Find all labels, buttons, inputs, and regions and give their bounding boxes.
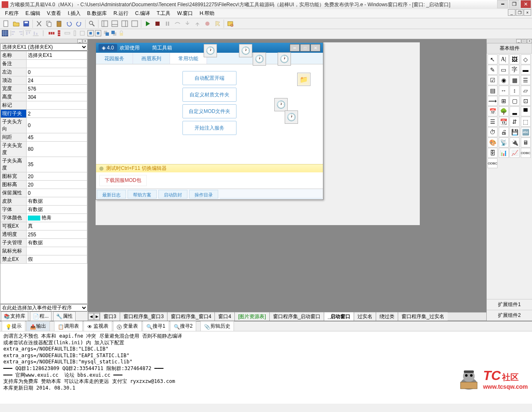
mock-btn-0[interactable]: 自动配置开端: [182, 71, 236, 85]
output-text[interactable]: 勿谓言之不预也 本库和 eapi.fne 冲突 尽量避免混合使用 否则不能静态编…: [0, 331, 532, 404]
stop-button[interactable]: [153, 19, 162, 28]
lock-button[interactable]: [118, 30, 125, 38]
properties-button[interactable]: 🔧属性: [53, 311, 76, 321]
prop-name-顶边[interactable]: 顶边: [1, 76, 27, 85]
event-selector[interactable]: 在此处选择加入事件处理子程序: [0, 304, 88, 311]
layout1-button[interactable]: [100, 19, 109, 28]
radio-tool[interactable]: ◉: [499, 75, 509, 85]
group-tool[interactable]: ⊡: [521, 96, 531, 106]
same-height[interactable]: [71, 30, 78, 38]
prop-val-现行子夹[interactable]: 2: [27, 110, 87, 118]
prop-name-图标高[interactable]: 图标高: [1, 181, 27, 189]
pointer-tool[interactable]: ↖: [488, 54, 498, 64]
doctab[interactable]: _启动窗口: [324, 312, 354, 321]
prop-val-宽度[interactable]: 576: [27, 85, 87, 93]
align-center-h[interactable]: [40, 30, 47, 38]
timer-icon-5[interactable]: [274, 98, 288, 111]
doctab[interactable]: 窗口4: [214, 312, 235, 321]
menu-run[interactable]: R.运行: [110, 9, 132, 18]
otab-output[interactable]: 📤输出: [26, 321, 50, 331]
prop-val-图标高[interactable]: 20: [27, 181, 87, 189]
color-tool[interactable]: 🎨: [488, 137, 498, 147]
mock-btn-3[interactable]: 开始注入服务: [182, 121, 236, 135]
dialog-tool[interactable]: 💾: [510, 127, 520, 137]
prop-name-子夹头宽度[interactable]: 子夹头宽度: [1, 142, 27, 157]
timer-icon-1[interactable]: [204, 44, 217, 57]
knowledge-button[interactable]: [226, 19, 235, 28]
label-tool[interactable]: A|: [499, 54, 509, 64]
menu-view[interactable]: V.查看: [44, 9, 64, 18]
mock-tab-0[interactable]: 花园服务: [96, 53, 133, 64]
otab-vars[interactable]: ⓥ变量表: [113, 321, 142, 331]
mock-link[interactable]: 下载国服MOD包: [99, 175, 147, 186]
otab-find1[interactable]: 🔍搜寻1: [143, 321, 169, 331]
otab-watch[interactable]: 👁监视表: [84, 321, 112, 331]
prop-name-左边[interactable]: 左边: [1, 68, 27, 76]
dist-v[interactable]: [56, 30, 62, 38]
close-button[interactable]: ✕: [520, 0, 531, 8]
menu-compile[interactable]: C.编译: [132, 9, 153, 18]
shape-tool[interactable]: ◇: [521, 54, 531, 64]
text-tool[interactable]: 字: [510, 65, 520, 75]
date-tool[interactable]: 📆: [499, 117, 509, 127]
align-bottom[interactable]: [32, 30, 39, 38]
panel-close[interactable]: ×: [83, 39, 88, 43]
otab-find2[interactable]: 🔍搜寻2: [170, 321, 197, 331]
toolbox-min[interactable]: _: [516, 39, 521, 43]
menu-tools[interactable]: T.工具: [153, 9, 174, 18]
prop-val-标记[interactable]: [27, 101, 87, 110]
layout2-button[interactable]: [110, 19, 119, 28]
toolbox-close[interactable]: ×: [527, 39, 532, 43]
report-tool[interactable]: 📊: [499, 148, 509, 158]
center-h[interactable]: [87, 30, 94, 38]
prop-val-子夹头宽度[interactable]: 80: [27, 142, 87, 157]
find-button[interactable]: [87, 19, 96, 28]
btab-0[interactable]: 最新日志: [97, 190, 126, 199]
bring-front[interactable]: [103, 30, 110, 38]
menu-tool[interactable]: ☰: [488, 117, 498, 127]
prop-name-字体颜色[interactable]: 字体颜色: [1, 214, 27, 222]
otab-clip[interactable]: 📎剪辑历史: [200, 321, 234, 331]
mock-tab-2[interactable]: 常用功能: [170, 53, 207, 64]
form-designer[interactable]: ◈ 4.0 欢迎使用 简工具箱 ━ □ ✕ 花园服务 画眉系列 常用功能 自动配…: [88, 39, 486, 321]
otab-calltable[interactable]: 📋调用表: [54, 321, 83, 331]
same-width[interactable]: [64, 30, 71, 38]
mock-tab-1[interactable]: 画眉系列: [133, 53, 170, 64]
prop-name-标记[interactable]: 标记: [1, 101, 27, 110]
slider-tool[interactable]: ⟿: [488, 96, 498, 106]
prop-val-子夹头高度[interactable]: 35: [27, 157, 87, 172]
vscroll-tool[interactable]: ↕: [510, 86, 520, 96]
prop-name-子夹管理[interactable]: 子夹管理: [1, 239, 27, 247]
prop-name-图标宽[interactable]: 图标宽: [1, 172, 27, 181]
prop-val-子夹头方向[interactable]: 0: [27, 118, 87, 133]
panel-min[interactable]: _: [77, 39, 82, 43]
hscroll-tool[interactable]: ↔: [499, 86, 509, 96]
prop-name-名称[interactable]: 名称: [1, 52, 27, 60]
prop-val-保留属性[interactable]: 0: [27, 189, 87, 197]
property-grid[interactable]: 名称选择夹EX1备注左边0顶边24宽度576高度304标记现行子夹2子夹头方向0…: [0, 51, 88, 304]
doctab[interactable]: 窗口程序集_过实名: [398, 312, 448, 321]
ip-tool[interactable]: ⬚: [521, 117, 531, 127]
prop-val-左边[interactable]: 0: [27, 68, 87, 76]
prop-val-鼠标光标[interactable]: [27, 247, 87, 255]
prop-val-禁止EX[interactable]: 假: [27, 255, 87, 264]
align-top[interactable]: [25, 30, 32, 38]
ext-components-2[interactable]: 扩展组件2: [487, 310, 532, 321]
prop-val-可视EX[interactable]: 真: [27, 222, 87, 231]
folder-icon[interactable]: [297, 73, 310, 86]
align-right[interactable]: [17, 30, 24, 38]
prop-val-名称[interactable]: 选择夹EX1: [27, 52, 87, 60]
menu-database[interactable]: B.数据库: [84, 9, 110, 18]
progress-tool[interactable]: ▱: [521, 86, 531, 96]
spin-tool[interactable]: ⇵: [510, 117, 520, 127]
timer-icon-4[interactable]: [278, 52, 291, 66]
menu-help[interactable]: H.帮助: [196, 9, 218, 18]
db-tool[interactable]: 🗄: [488, 148, 498, 158]
doctab[interactable]: [图片资源表]: [234, 312, 270, 321]
check-tool[interactable]: ☑: [488, 75, 498, 85]
prop-val-图标宽[interactable]: 20: [27, 172, 87, 181]
timer-icon-2[interactable]: [239, 44, 252, 57]
step-into-button[interactable]: [183, 19, 192, 28]
prop-name-保留属性[interactable]: 保留属性: [1, 189, 27, 197]
align-left[interactable]: [10, 30, 17, 38]
